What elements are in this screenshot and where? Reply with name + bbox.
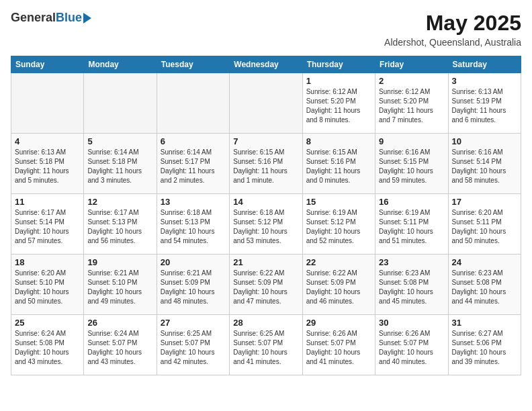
day-info: Sunrise: 6:15 AM Sunset: 5:16 PM Dayligh… xyxy=(233,148,298,185)
calendar-cell: 12Sunrise: 6:17 AM Sunset: 5:13 PM Dayli… xyxy=(84,194,157,255)
day-info: Sunrise: 6:23 AM Sunset: 5:08 PM Dayligh… xyxy=(379,269,444,306)
calendar-cell: 24Sunrise: 6:23 AM Sunset: 5:08 PM Dayli… xyxy=(448,255,521,315)
calendar-cell: 2Sunrise: 6:12 AM Sunset: 5:20 PM Daylig… xyxy=(375,73,448,134)
calendar-cell: 23Sunrise: 6:23 AM Sunset: 5:08 PM Dayli… xyxy=(375,255,448,315)
day-number: 30 xyxy=(379,318,444,328)
day-number: 12 xyxy=(87,197,152,207)
logo: GeneralBlue xyxy=(11,11,91,25)
day-number: 6 xyxy=(161,136,226,146)
day-info: Sunrise: 6:13 AM Sunset: 5:19 PM Dayligh… xyxy=(452,87,517,125)
location-subtitle: Aldershot, Queensland, Australia xyxy=(384,37,521,48)
logo-general-text: General xyxy=(11,11,56,25)
day-number: 2 xyxy=(379,76,444,86)
calendar-cell: 8Sunrise: 6:15 AM Sunset: 5:16 PM Daylig… xyxy=(302,134,375,194)
day-number: 10 xyxy=(452,136,517,146)
day-info: Sunrise: 6:25 AM Sunset: 5:07 PM Dayligh… xyxy=(161,329,226,367)
day-info: Sunrise: 6:24 AM Sunset: 5:07 PM Dayligh… xyxy=(87,329,152,367)
day-number: 1 xyxy=(306,76,371,86)
day-info: Sunrise: 6:19 AM Sunset: 5:12 PM Dayligh… xyxy=(306,208,371,246)
calendar-cell xyxy=(84,73,157,134)
day-info: Sunrise: 6:26 AM Sunset: 5:07 PM Dayligh… xyxy=(379,329,444,367)
calendar-cell: 4Sunrise: 6:13 AM Sunset: 5:18 PM Daylig… xyxy=(11,134,84,194)
calendar-week-1: 1Sunrise: 6:12 AM Sunset: 5:20 PM Daylig… xyxy=(11,73,521,134)
day-info: Sunrise: 6:27 AM Sunset: 5:06 PM Dayligh… xyxy=(452,329,517,367)
calendar-cell: 28Sunrise: 6:25 AM Sunset: 5:07 PM Dayli… xyxy=(230,315,302,375)
day-info: Sunrise: 6:22 AM Sunset: 5:09 PM Dayligh… xyxy=(306,269,371,306)
calendar-cell: 11Sunrise: 6:17 AM Sunset: 5:14 PM Dayli… xyxy=(11,194,84,255)
day-number: 17 xyxy=(452,197,517,207)
day-number: 14 xyxy=(233,197,298,207)
calendar-cell: 7Sunrise: 6:15 AM Sunset: 5:16 PM Daylig… xyxy=(230,134,302,194)
day-info: Sunrise: 6:14 AM Sunset: 5:18 PM Dayligh… xyxy=(87,148,152,185)
calendar-cell xyxy=(11,73,84,134)
day-info: Sunrise: 6:12 AM Sunset: 5:20 PM Dayligh… xyxy=(379,87,444,125)
day-info: Sunrise: 6:19 AM Sunset: 5:11 PM Dayligh… xyxy=(379,208,444,246)
calendar-cell: 18Sunrise: 6:20 AM Sunset: 5:10 PM Dayli… xyxy=(11,255,84,315)
logo-arrow-icon xyxy=(83,13,91,24)
day-number: 15 xyxy=(306,197,371,207)
day-number: 31 xyxy=(452,318,517,328)
calendar-cell: 17Sunrise: 6:20 AM Sunset: 5:11 PM Dayli… xyxy=(448,194,521,255)
weekday-header-saturday: Saturday xyxy=(448,56,521,73)
day-number: 5 xyxy=(87,136,152,146)
calendar-header-row: SundayMondayTuesdayWednesdayThursdayFrid… xyxy=(11,56,521,73)
day-number: 28 xyxy=(233,318,298,328)
weekday-header-wednesday: Wednesday xyxy=(230,56,302,73)
day-number: 3 xyxy=(452,76,517,86)
calendar-table: SundayMondayTuesdayWednesdayThursdayFrid… xyxy=(11,56,521,375)
day-info: Sunrise: 6:16 AM Sunset: 5:14 PM Dayligh… xyxy=(452,148,517,185)
calendar-cell: 10Sunrise: 6:16 AM Sunset: 5:14 PM Dayli… xyxy=(448,134,521,194)
day-number: 23 xyxy=(379,257,444,267)
day-info: Sunrise: 6:21 AM Sunset: 5:09 PM Dayligh… xyxy=(161,269,226,306)
month-title: May 2025 xyxy=(384,11,521,36)
day-info: Sunrise: 6:26 AM Sunset: 5:07 PM Dayligh… xyxy=(306,329,371,367)
calendar-cell: 3Sunrise: 6:13 AM Sunset: 5:19 PM Daylig… xyxy=(448,73,521,134)
calendar-cell: 15Sunrise: 6:19 AM Sunset: 5:12 PM Dayli… xyxy=(302,194,375,255)
day-info: Sunrise: 6:17 AM Sunset: 5:13 PM Dayligh… xyxy=(87,208,152,246)
calendar-week-4: 18Sunrise: 6:20 AM Sunset: 5:10 PM Dayli… xyxy=(11,255,521,315)
day-info: Sunrise: 6:18 AM Sunset: 5:12 PM Dayligh… xyxy=(233,208,298,246)
day-info: Sunrise: 6:17 AM Sunset: 5:14 PM Dayligh… xyxy=(15,208,80,246)
calendar-cell: 31Sunrise: 6:27 AM Sunset: 5:06 PM Dayli… xyxy=(448,315,521,375)
calendar-cell xyxy=(157,73,229,134)
day-info: Sunrise: 6:21 AM Sunset: 5:10 PM Dayligh… xyxy=(87,269,152,306)
calendar-cell: 5Sunrise: 6:14 AM Sunset: 5:18 PM Daylig… xyxy=(84,134,157,194)
day-info: Sunrise: 6:16 AM Sunset: 5:15 PM Dayligh… xyxy=(379,148,444,185)
calendar-cell: 16Sunrise: 6:19 AM Sunset: 5:11 PM Dayli… xyxy=(375,194,448,255)
calendar-cell: 6Sunrise: 6:14 AM Sunset: 5:17 PM Daylig… xyxy=(157,134,229,194)
day-number: 4 xyxy=(15,136,80,146)
day-info: Sunrise: 6:15 AM Sunset: 5:16 PM Dayligh… xyxy=(306,148,371,185)
title-block: May 2025 Aldershot, Queensland, Australi… xyxy=(384,11,521,48)
calendar-cell: 26Sunrise: 6:24 AM Sunset: 5:07 PM Dayli… xyxy=(84,315,157,375)
calendar-week-2: 4Sunrise: 6:13 AM Sunset: 5:18 PM Daylig… xyxy=(11,134,521,194)
weekday-header-friday: Friday xyxy=(375,56,448,73)
day-info: Sunrise: 6:13 AM Sunset: 5:18 PM Dayligh… xyxy=(15,148,80,185)
day-number: 26 xyxy=(87,318,152,328)
day-info: Sunrise: 6:14 AM Sunset: 5:17 PM Dayligh… xyxy=(161,148,226,185)
day-number: 21 xyxy=(233,257,298,267)
calendar-cell xyxy=(230,73,302,134)
day-number: 25 xyxy=(15,318,80,328)
calendar-cell: 22Sunrise: 6:22 AM Sunset: 5:09 PM Dayli… xyxy=(302,255,375,315)
day-number: 11 xyxy=(15,197,80,207)
day-number: 29 xyxy=(306,318,371,328)
day-info: Sunrise: 6:18 AM Sunset: 5:13 PM Dayligh… xyxy=(161,208,226,246)
day-info: Sunrise: 6:24 AM Sunset: 5:08 PM Dayligh… xyxy=(15,329,80,367)
weekday-header-sunday: Sunday xyxy=(11,56,84,73)
weekday-header-thursday: Thursday xyxy=(302,56,375,73)
day-info: Sunrise: 6:22 AM Sunset: 5:09 PM Dayligh… xyxy=(233,269,298,306)
day-number: 24 xyxy=(452,257,517,267)
day-number: 9 xyxy=(379,136,444,146)
day-info: Sunrise: 6:12 AM Sunset: 5:20 PM Dayligh… xyxy=(306,87,371,125)
day-info: Sunrise: 6:20 AM Sunset: 5:11 PM Dayligh… xyxy=(452,208,517,246)
calendar-cell: 9Sunrise: 6:16 AM Sunset: 5:15 PM Daylig… xyxy=(375,134,448,194)
calendar-cell: 1Sunrise: 6:12 AM Sunset: 5:20 PM Daylig… xyxy=(302,73,375,134)
day-number: 19 xyxy=(87,257,152,267)
day-number: 20 xyxy=(161,257,226,267)
day-number: 13 xyxy=(161,197,226,207)
calendar-cell: 19Sunrise: 6:21 AM Sunset: 5:10 PM Dayli… xyxy=(84,255,157,315)
calendar-week-3: 11Sunrise: 6:17 AM Sunset: 5:14 PM Dayli… xyxy=(11,194,521,255)
day-number: 27 xyxy=(161,318,226,328)
calendar-cell: 20Sunrise: 6:21 AM Sunset: 5:09 PM Dayli… xyxy=(157,255,229,315)
calendar-cell: 25Sunrise: 6:24 AM Sunset: 5:08 PM Dayli… xyxy=(11,315,84,375)
